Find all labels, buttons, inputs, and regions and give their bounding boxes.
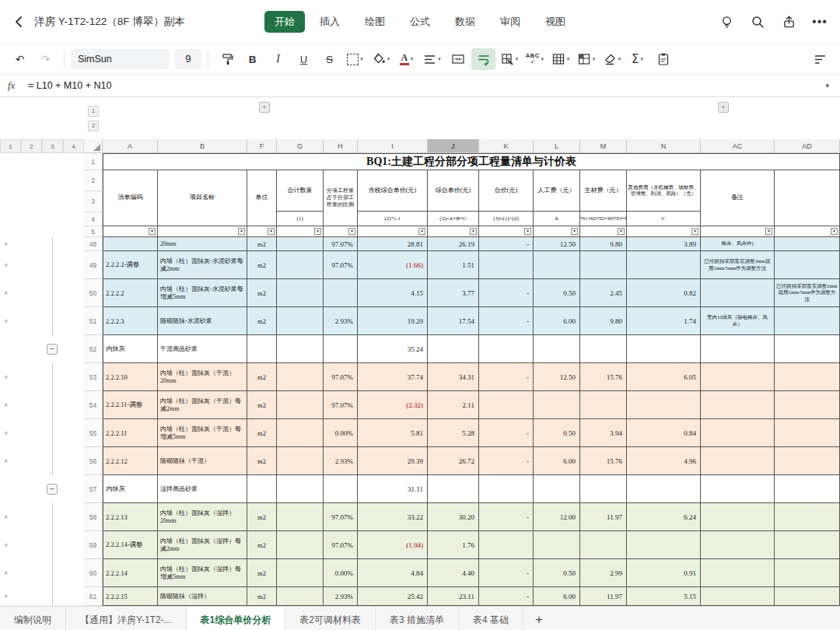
cell-AC-61[interactable] xyxy=(701,587,775,606)
cell-N-54[interactable] xyxy=(627,391,701,419)
expand-group-button[interactable]: + xyxy=(4,458,8,465)
cell-L-53[interactable]: 12.50 xyxy=(534,363,580,391)
cell-B-50[interactable]: 内墙（柱）面抹灰-水泥砂浆每增减5mm xyxy=(158,279,247,307)
cell-N-48[interactable]: 3.89 xyxy=(627,237,701,251)
cell-F-48[interactable]: m2 xyxy=(247,237,277,251)
cell-B-61[interactable]: 随砌随抹（湿拌） xyxy=(158,587,247,606)
cell-J-61[interactable]: 23.11 xyxy=(428,587,479,606)
column-header-K[interactable]: K xyxy=(479,139,534,153)
cell-K-53[interactable]: - xyxy=(479,363,534,391)
formula-input[interactable]: = L10 + M10 + N10 xyxy=(28,80,825,91)
cell-N-57[interactable] xyxy=(627,475,701,503)
sheet-tab-6[interactable]: 表4 基础 xyxy=(459,607,523,630)
alignment-button[interactable]: ▾ xyxy=(420,48,444,70)
cell-K-57[interactable] xyxy=(479,475,534,503)
sheet-tab-2[interactable]: 【通用】洋房Y-1T2-... xyxy=(66,607,187,630)
back-icon[interactable] xyxy=(12,15,26,29)
cell-AC-51[interactable]: 室内10抹灰（除电梯井、风井） xyxy=(701,307,775,335)
cell-F-50[interactable]: m2 xyxy=(247,279,277,307)
borders-button[interactable]: ▾ xyxy=(343,48,367,70)
cell-A-54[interactable]: 2.2.2.11-调整 xyxy=(103,391,158,419)
cell-N-53[interactable]: 6.05 xyxy=(627,363,701,391)
row-header-59[interactable]: 59 xyxy=(84,531,103,559)
cell-L-61[interactable]: 6.00 xyxy=(534,587,580,606)
cell-A-50[interactable]: 2.2.2.2 xyxy=(103,279,158,307)
cell-N-52[interactable] xyxy=(627,335,701,363)
lightbulb-icon[interactable] xyxy=(719,14,734,30)
cell-AC-49[interactable]: 已经跟招采部落实调整2mm就用1mm/5mm作为调整方法 xyxy=(701,251,775,279)
cell-N-51[interactable]: 1.74 xyxy=(627,307,701,335)
cell-M-59[interactable] xyxy=(580,531,627,559)
expand-group-button[interactable]: + xyxy=(4,430,8,437)
cell-M-49[interactable] xyxy=(580,251,627,279)
row-outline-level-2[interactable]: 2 xyxy=(21,139,42,153)
cell-K-56[interactable]: - xyxy=(479,447,534,475)
cell-N-55[interactable]: 0.84 xyxy=(627,419,701,447)
cell-K-48[interactable]: - xyxy=(479,237,534,251)
collapse-group-button[interactable]: − xyxy=(47,484,58,495)
table-title-cell[interactable]: BQ1:土建工程分部分项工程量清单与计价表 xyxy=(103,153,840,170)
row-outline-level-1[interactable]: 1 xyxy=(0,139,21,153)
cell-B-60[interactable]: 内墙（柱）面抹灰（湿拌）每增减5mm xyxy=(158,559,247,587)
cell-B-57[interactable]: 湿拌商品砂浆 xyxy=(158,475,247,503)
row-header-3[interactable]: 3 xyxy=(84,191,103,212)
sheet-tab-1[interactable]: 编制说明 xyxy=(0,607,66,630)
row-header-58[interactable]: 58 xyxy=(84,503,103,531)
column-group-expand-button[interactable]: + xyxy=(259,102,270,113)
cell-AD-55[interactable] xyxy=(775,419,840,447)
cell-N-50[interactable]: 0.82 xyxy=(627,279,701,307)
filter-cell-J[interactable]: ▾ xyxy=(428,226,479,237)
cell-N-60[interactable]: 0.91 xyxy=(627,559,701,587)
column-header-F[interactable]: F xyxy=(247,139,277,153)
cell-F-56[interactable]: m2 xyxy=(247,447,277,475)
undo-button[interactable]: ↶ xyxy=(8,48,32,70)
cell-A-49[interactable]: 2.2.2.2-调整 xyxy=(103,251,158,279)
cell-F-60[interactable]: m2 xyxy=(247,559,277,587)
cell-H-58[interactable]: 97.07% xyxy=(324,503,358,531)
cell-J-49[interactable]: 1.51 xyxy=(428,251,479,279)
cell-I-58[interactable]: 33.22 xyxy=(358,503,428,531)
redo-button[interactable]: ↷ xyxy=(33,48,58,70)
cell-AC-50[interactable] xyxy=(701,279,775,307)
cell-I-54[interactable]: (2.32) xyxy=(358,391,428,419)
cell-M-55[interactable]: 3.94 xyxy=(580,419,627,447)
filter-cell-H[interactable]: ▾ xyxy=(324,226,358,237)
cell-B-48[interactable]: 20mm xyxy=(158,237,247,251)
add-sheet-button[interactable]: + xyxy=(523,607,555,630)
fill-color-button[interactable]: ▾ xyxy=(369,48,393,70)
cell-AD-50[interactable]: 已经跟招采部落实调整2mm就用1mm/5mm作为调整方法 xyxy=(775,279,840,307)
cell-B-56[interactable]: 随砌随抹（干混） xyxy=(158,447,247,475)
row-outline-level-3[interactable]: 3 xyxy=(42,139,63,153)
filter-dropdown-icon[interactable]: ▾ xyxy=(238,228,245,235)
expand-group-button[interactable]: + xyxy=(4,570,8,577)
row-header-49[interactable]: 49 xyxy=(84,251,103,279)
font-color-button[interactable]: A ▾ xyxy=(394,48,418,70)
cell-I-53[interactable]: 37.74 xyxy=(358,363,428,391)
cell-G-56[interactable] xyxy=(277,447,324,475)
ribbon-tab-7[interactable]: 视图 xyxy=(535,11,576,33)
cell-A-58[interactable]: 2.2.2.13 xyxy=(103,503,158,531)
cell-M-51[interactable]: 9.80 xyxy=(580,307,627,335)
sheet-tab-5[interactable]: 表3 措施清单 xyxy=(376,607,459,630)
cell-B-55[interactable]: 内墙（柱）面抹灰（干混）每增减5mm xyxy=(158,419,247,447)
cell-L-49[interactable] xyxy=(534,251,580,279)
cell-AD-57[interactable] xyxy=(775,475,840,503)
cell-style-button[interactable]: ▾ xyxy=(497,48,521,70)
cell-I-50[interactable]: 4.15 xyxy=(358,279,428,307)
cell-M-52[interactable] xyxy=(580,335,627,363)
cell-AC-57[interactable] xyxy=(701,475,775,503)
filter-dropdown-icon[interactable]: ▾ xyxy=(314,228,321,235)
cell-B-52[interactable]: 干混商品砂浆 xyxy=(158,335,247,363)
cell-J-53[interactable]: 34.31 xyxy=(428,363,479,391)
cell-L-56[interactable]: 6.00 xyxy=(534,447,580,475)
cell-J-55[interactable]: 5.28 xyxy=(428,419,479,447)
cell-AC-53[interactable] xyxy=(701,363,775,391)
column-header-L[interactable]: L xyxy=(534,139,580,153)
cell-N-58[interactable]: 6.24 xyxy=(627,503,701,531)
row-header-50[interactable]: 50 xyxy=(84,279,103,307)
cell-F-51[interactable]: m2 xyxy=(247,307,277,335)
cell-AD-58[interactable] xyxy=(775,503,840,531)
cell-I-61[interactable]: 25.42 xyxy=(358,587,428,606)
cell-AD-52[interactable] xyxy=(775,335,840,363)
cell-J-58[interactable]: 30.20 xyxy=(428,503,479,531)
